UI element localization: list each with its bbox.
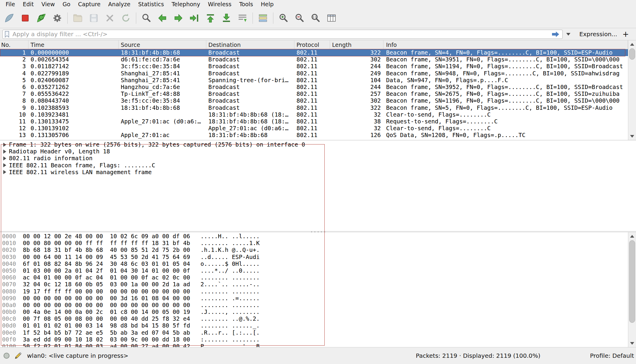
close-file-button[interactable] (102, 10, 117, 26)
column-header-info[interactable]: Info (383, 40, 628, 49)
expression-button[interactable]: Expression... (579, 31, 617, 38)
start-capture-button[interactable] (2, 10, 17, 26)
zoom-in-button[interactable] (276, 10, 291, 26)
hex-line[interactable]: 00a000 00 00 00 00 00 00 00 00 00 00 00 … (0, 302, 628, 309)
scroll-thumb[interactable] (629, 48, 635, 60)
toolbar-separator (253, 12, 253, 24)
filter-add-button[interactable]: + (622, 30, 629, 39)
packet-list-header: No.TimeSourceDestinationProtocolLengthIn… (0, 40, 628, 49)
hex-line[interactable]: 0060ac 04 01 00 00 0f ac 04 01 00 00 0f … (0, 274, 628, 281)
scroll-up-button[interactable] (628, 232, 636, 240)
reload-file-button[interactable] (118, 10, 133, 26)
packet-row-10[interactable]: 100.10392348118:31:bf:4b:8b:68 (18:…802.… (0, 111, 628, 118)
hex-line[interactable]: 00d001 01 01 02 01 00 03 14 98 d8 bd b4 … (0, 322, 628, 329)
menu-analyze[interactable]: Analyze (104, 0, 134, 8)
menu-wireless[interactable]: Wireless (204, 0, 235, 8)
go-first-button[interactable] (203, 10, 218, 26)
auto-scroll-button[interactable] (235, 10, 250, 26)
menu-telephony[interactable]: Telephony (168, 0, 204, 8)
go-back-button[interactable] (155, 10, 170, 26)
find-packet-button[interactable] (139, 10, 154, 26)
filter-bookmark-icon[interactable] (4, 31, 10, 38)
save-file-button[interactable] (86, 10, 101, 26)
column-header-destination[interactable]: Destination (206, 40, 294, 49)
hex-line[interactable]: 00e01f 52 b4 b5 b7 72 ae e5 5b ab 3a ed … (0, 329, 628, 336)
colorize-button[interactable] (256, 10, 270, 26)
hex-line[interactable]: 009000 00 00 00 00 00 00 00 00 3d 16 01 … (0, 295, 628, 302)
column-header-length[interactable]: Length (330, 40, 383, 49)
expander-icon[interactable] (3, 143, 6, 147)
column-header-source[interactable]: Source (119, 40, 206, 49)
hex-scrollbar[interactable] (628, 232, 636, 347)
display-filter-input[interactable] (12, 31, 551, 38)
menu-view[interactable]: View (38, 0, 59, 8)
open-file-button[interactable] (70, 10, 85, 26)
hex-line[interactable]: 00c000 7f 08 05 00 08 00 00 00 00 40 dd … (0, 315, 628, 322)
go-forward-button[interactable] (171, 10, 186, 26)
packet-row-2[interactable]: 20.002654354d6:61:fe:cd:7a:6eBroadcast80… (0, 56, 628, 63)
packet-row-7[interactable]: 70.055536422Tp-LinkT_ef:48:88Broadcast80… (0, 90, 628, 97)
detail-tree-item[interactable]: Radiotap Header v0, Length 18 (0, 148, 636, 155)
packet-row-5[interactable]: 50.024060087Shanghai_27:85:41Spanning-tr… (0, 77, 628, 84)
go-to-packet-button[interactable] (187, 10, 202, 26)
resize-columns-button[interactable] (324, 10, 339, 26)
detail-tree-item[interactable]: 802.11 radio information (0, 155, 636, 162)
capture-options-button[interactable] (50, 10, 65, 26)
hex-line[interactable]: 000000 00 12 00 2e 48 00 00 10 02 6c 09 … (0, 233, 628, 240)
packet-row-11[interactable]: 110.130133475Apple_27:01:ac (d0:a6:…18:3… (0, 118, 628, 125)
filter-dropdown-button[interactable] (564, 30, 572, 39)
expander-icon[interactable] (3, 150, 6, 154)
hex-line[interactable]: 00b000 4a 0e 14 00 0a 00 2c 01 c8 00 14 … (0, 309, 628, 315)
menu-help[interactable]: Help (257, 0, 277, 8)
stop-capture-button[interactable] (18, 10, 33, 26)
packet-row-13[interactable]: 130.131305706Apple_27:01:ac18:31:bf:4b:8… (0, 132, 628, 139)
scroll-up-button[interactable] (628, 40, 636, 48)
expander-icon[interactable] (3, 163, 6, 167)
menu-edit[interactable]: Edit (19, 0, 38, 8)
menu-go[interactable]: Go (59, 0, 74, 8)
capture-comment-icon[interactable] (14, 352, 22, 360)
expander-icon[interactable] (3, 170, 6, 174)
detail-tree-item[interactable]: IEEE 802.11 Beacon frame, Flags: .......… (0, 162, 636, 169)
hex-line[interactable]: 007032 04 0c 12 18 60 0b 05 03 00 1a 00 … (0, 281, 628, 288)
packet-list-scrollbar[interactable] (628, 40, 636, 140)
menu-tools[interactable]: Tools (235, 0, 257, 8)
packet-row-3[interactable]: 30.0118271423c:f5:cc:0e:35:84Broadcast80… (0, 63, 628, 70)
profile-button[interactable]: Profile: Default (590, 352, 634, 359)
zoom-original-button[interactable]: 1:1 (308, 10, 323, 26)
go-last-button[interactable] (219, 10, 234, 26)
hex-line[interactable]: 001000 00 80 00 00 00 ff ff ff ff ff ff … (0, 240, 628, 247)
detail-tree-item[interactable]: IEEE 802.11 wireless LAN management fram… (0, 169, 636, 176)
hex-line[interactable]: 008019 17 ff ff ff 00 00 00 00 00 00 00 … (0, 288, 628, 295)
filter-apply-icon[interactable] (551, 31, 560, 38)
packet-row-6[interactable]: 60.035271262Hangzhou_cd:7a:6eBroadcast80… (0, 84, 628, 90)
scroll-down-button[interactable] (628, 339, 636, 347)
hex-line[interactable]: 00208b 68 18 31 bf 4b 8b 68 40 00 85 51 … (0, 247, 628, 253)
menu-statistics[interactable]: Statistics (134, 0, 168, 8)
column-header-no[interactable]: No. (0, 40, 28, 49)
packet-row-8[interactable]: 80.0804437403e:f5:cc:0e:35:84Broadcast80… (0, 97, 628, 104)
capture-status-text: wlan0: <live capture in progress> (27, 352, 129, 359)
column-header-protocol[interactable]: Protocol (294, 40, 330, 49)
hex-line[interactable]: 00f03a ed dd 09 00 10 18 02 03 00 9c 00 … (0, 336, 628, 343)
hex-line[interactable]: 00406f 01 08 82 84 8b 96 24 30 48 6c 03 … (0, 260, 628, 267)
zoom-out-button[interactable] (292, 10, 307, 26)
packet-row-9[interactable]: 90.10238859318:31:bf:4b:8b:68Broadcast80… (0, 104, 628, 111)
hex-line[interactable]: 003000 00 64 00 11 14 00 09 45 53 50 2d … (0, 254, 628, 260)
toolbar-separator (67, 12, 68, 24)
hex-line[interactable]: 010050 f2 02 01 01 84 00 03 a4 00 00 27 … (0, 343, 628, 347)
detail-tree-item[interactable]: Frame 1: 322 bytes on wire (2576 bits), … (0, 141, 636, 148)
menu-capture[interactable]: Capture (74, 0, 104, 8)
scroll-thumb[interactable] (629, 240, 635, 323)
packet-row-12[interactable]: 120.130139102Apple_27:01:ac (d0:a6:…802.… (0, 125, 628, 132)
scroll-down-button[interactable] (628, 132, 636, 140)
hex-line[interactable]: 005001 03 00 00 2a 01 04 2f 01 04 30 14 … (0, 267, 628, 274)
expert-info-icon[interactable] (4, 353, 9, 359)
triangle-down-icon (630, 342, 634, 345)
column-header-time[interactable]: Time (28, 40, 119, 49)
menu-file[interactable]: File (2, 0, 19, 8)
packet-row-1[interactable]: 10.00000000018:31:bf:4b:8b:68Broadcast80… (0, 49, 628, 56)
expander-icon[interactable] (3, 156, 6, 160)
packet-row-4[interactable]: 40.022799189Shanghai_27:85:41Broadcast80… (0, 70, 628, 77)
restart-capture-button[interactable] (34, 10, 49, 26)
